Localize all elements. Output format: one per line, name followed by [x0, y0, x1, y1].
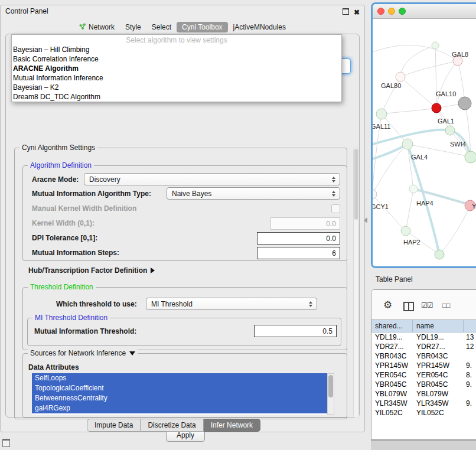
chevron-right-icon	[151, 268, 155, 273]
network-node-gal11[interactable]	[376, 109, 387, 119]
table-panel-bottom-scrollbar[interactable]	[371, 440, 476, 450]
bottom-tabs: Impute DataDiscretize DataInfer Network	[87, 419, 260, 432]
network-node-gal4[interactable]	[402, 139, 413, 149]
bottom-tab-discretize-data[interactable]: Discretize Data	[141, 419, 203, 432]
table-cell: 13	[464, 332, 476, 342]
bottom-tab-infer-network[interactable]: Infer Network	[204, 419, 260, 432]
which-threshold-label: Which threshold to use:	[56, 298, 137, 310]
control-panel-tabs: NetworkStyleSelectCyni ToolboxjActiveMNo…	[1, 21, 364, 34]
table-row[interactable]: YBR043CYBR043C	[371, 351, 476, 361]
mi-type-combo[interactable]: Naive Bayes	[167, 187, 340, 200]
control-panel-titlebar: Control Panel ✖	[1, 5, 364, 17]
table-row[interactable]: YER054CYER054C8.	[371, 370, 476, 380]
column-header-shared[interactable]: shared...	[371, 320, 413, 332]
manual-kernel-checkbox[interactable]	[331, 204, 340, 213]
zoom-traffic-light-icon[interactable]	[399, 8, 406, 15]
node-label-gcy1: GCY1	[373, 203, 389, 210]
node-label-gal10: GAL10	[436, 90, 456, 97]
scrollbar-thumb[interactable]	[354, 149, 358, 220]
algorithm-option-aracne-algorithm[interactable]: ARACNE Algorithm	[12, 64, 341, 73]
tab-select[interactable]: Select	[146, 22, 177, 32]
tab-style[interactable]: Style	[120, 22, 146, 32]
table-cell: YER054C	[371, 370, 413, 380]
tab-label: Network	[89, 23, 115, 31]
column-header-name[interactable]: name	[413, 320, 464, 332]
network-view-window: GAL8GAL80GAL10GAL11GAL1SWI4GAL4GCY1HAP4Y…	[371, 2, 476, 268]
node-label-gal8: GAL8	[452, 51, 468, 58]
network-node[interactable]	[458, 97, 471, 110]
table-cell: YBR045C	[413, 380, 464, 389]
network-node[interactable]	[435, 250, 444, 259]
network-node-gal1[interactable]	[445, 126, 455, 135]
close-icon[interactable]: ✖	[354, 6, 360, 18]
table-cell	[464, 389, 476, 399]
attribute-item-topologicalcoefficient[interactable]: TopologicalCoefficient	[32, 383, 327, 393]
table-row[interactable]: YDR27...YDR27...12	[371, 342, 476, 351]
algorithm-dropdown-popup: Select algorithm to view settings Bayesi…	[11, 34, 342, 102]
deselect-all-columns-icon[interactable]: □□	[442, 301, 450, 309]
mi-threshold-field[interactable]: 0.5	[254, 325, 337, 337]
attribute-list-scrollbar[interactable]	[327, 373, 334, 415]
scrollbar-thumb[interactable]	[328, 375, 333, 397]
gear-icon[interactable]: ⚙	[383, 299, 392, 311]
tab-network[interactable]: Network	[74, 22, 120, 33]
table-row[interactable]: YDL19...YDL19...13	[371, 332, 476, 342]
close-traffic-light-icon[interactable]	[377, 8, 384, 15]
settings-group-title: Cyni Algorithm Settings	[19, 144, 97, 152]
panel-splitter-handle[interactable]	[364, 217, 367, 223]
bottom-tab-impute-data[interactable]: Impute Data	[87, 419, 141, 432]
network-window-titlebar[interactable]	[373, 4, 476, 19]
dropdown-placeholder: Select algorithm to view settings	[12, 35, 341, 45]
algorithm-option-mutual-information-inference[interactable]: Mutual Information Inference	[12, 73, 341, 83]
sources-toggle[interactable]: Sources for Network Inference	[28, 349, 138, 357]
column-header-col2[interactable]	[464, 320, 476, 332]
node-label-gal11: GAL11	[373, 123, 390, 130]
network-node-gcy1[interactable]	[373, 190, 377, 199]
node-label-gal4: GAL4	[411, 154, 428, 161]
table-row[interactable]: YBR045CYBR045C9.	[371, 380, 476, 389]
tab-jactivemnodules[interactable]: jActiveMNodules	[228, 22, 291, 32]
sources-title: Sources for Network Inference	[30, 349, 126, 357]
columns-icon[interactable]	[403, 302, 414, 311]
network-node-hap2[interactable]	[401, 226, 410, 236]
aracne-mode-value: Discovery	[89, 175, 120, 184]
network-node-swi4[interactable]	[465, 151, 476, 163]
node-label-hap2: HAP2	[403, 239, 420, 246]
table-cell	[464, 408, 476, 418]
network-canvas[interactable]: GAL8GAL80GAL10GAL11GAL1SWI4GAL4GCY1HAP4Y…	[373, 19, 476, 266]
dpi-tolerance-field[interactable]: 0.0	[257, 232, 340, 244]
aracne-mode-combo[interactable]: Discovery	[84, 173, 340, 185]
mi-steps-field[interactable]: 6	[257, 247, 340, 259]
algorithm-option-bayesian-hill-climbing[interactable]: Bayesian – Hill Climbing	[12, 45, 341, 54]
hub-definition-toggle[interactable]: Hub/Transcription Factor Definition	[28, 266, 155, 275]
network-node-gal10[interactable]	[432, 103, 441, 113]
mi-threshold-label: Mutual Information Threshold:	[34, 325, 136, 337]
attribute-item-betweennesscentrality[interactable]: BetweennessCentrality	[32, 393, 327, 403]
mi-threshold-group-title: MI Threshold Definition	[32, 314, 110, 322]
network-node-gal80[interactable]	[396, 72, 405, 81]
mi-type-label: Mutual Information Algorithm Type:	[32, 188, 151, 200]
table-cell: YIL052C	[371, 408, 413, 418]
network-node-hap4[interactable]	[409, 185, 418, 193]
tab-cyni-toolbox[interactable]: Cyni Toolbox	[177, 22, 227, 32]
network-node[interactable]	[432, 42, 439, 49]
table-row[interactable]: YIL052CYIL052C	[371, 408, 476, 418]
which-threshold-combo[interactable]: MI Threshold	[146, 298, 317, 310]
minimize-traffic-light-icon[interactable]	[388, 8, 395, 15]
table-cell: 9.	[464, 361, 476, 370]
table-row[interactable]: YLR345WYLR345W9.	[371, 399, 476, 408]
kernel-width-field[interactable]: 0.0	[270, 217, 340, 230]
settings-scrollbar[interactable]	[353, 148, 359, 418]
select-all-columns-icon[interactable]: ☑☑	[421, 301, 433, 309]
attribute-item-selfloops[interactable]: SelfLoops	[32, 373, 327, 383]
algorithm-option-bayesian-k2[interactable]: Bayesian – K2	[12, 83, 341, 92]
algorithm-option-dream8-dc-tdc-algorithm[interactable]: Dream8 DC_TDC Algorithm	[12, 92, 341, 102]
table-row[interactable]: YBL079WYBL079W	[371, 389, 476, 399]
table-cell: 9.	[464, 380, 476, 389]
float-window-icon[interactable]	[343, 8, 349, 15]
attribute-item-gal4rgexp[interactable]: gal4RGexp	[32, 403, 327, 413]
algorithm-option-basic-correlation-inference[interactable]: Basic Correlation Inference	[12, 54, 341, 64]
table-row[interactable]: YPR145WYPR145W9.	[371, 361, 476, 370]
network-icon	[79, 23, 86, 32]
minimized-panel-icon[interactable]	[2, 439, 10, 447]
